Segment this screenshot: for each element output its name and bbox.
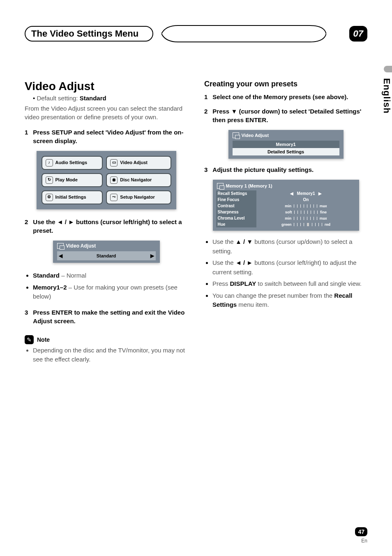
row-hue[interactable]: Hue xyxy=(216,221,256,227)
row-contrast-slider[interactable]: min max xyxy=(256,203,356,209)
header-capsule: The Video Settings Menu xyxy=(25,26,153,42)
screen-icon xyxy=(57,243,64,249)
preset-list: Standard – Normal Memory1–2 – Use for ma… xyxy=(33,271,188,301)
creating-presets-heading: Creating your own presets xyxy=(204,80,367,88)
right-step-1: 1 Select one of the Memory presets (see … xyxy=(204,93,367,101)
down-arrow-icon: ▼ xyxy=(231,108,237,115)
osd-preset-value-row[interactable]: ◀ Standard ▶ xyxy=(57,251,156,260)
chapter-badge-wrap: 07 xyxy=(334,26,367,42)
bullet-display: Press DISPLAY to switch between full and… xyxy=(212,279,367,289)
right-step-2: 2 Press ▼ (cursor down) to select 'Detai… xyxy=(204,107,367,124)
row-recall-value[interactable]: ◀ Memory1 ▶ xyxy=(256,190,356,197)
bullet-updown: Use the ▲ / ▼ buttons (cursor up/down) t… xyxy=(212,237,367,256)
adjust-bullets: Use the ▲ / ▼ buttons (cursor up/down) t… xyxy=(212,237,367,310)
video-adjust-heading: Video Adjust xyxy=(25,80,188,93)
row-hue-slider[interactable]: green red xyxy=(256,221,356,227)
preset-standard: Standard – Normal xyxy=(33,271,188,280)
row-chroma[interactable]: Chroma Level xyxy=(216,215,256,221)
left-right-arrow-icon: ◄ / ► xyxy=(235,259,253,266)
osd-item-video-adjust[interactable]: ▭Video Adjust xyxy=(106,156,171,170)
left-step-1: 1 Press SETUP and select 'Video Adjust' … xyxy=(25,128,188,145)
left-arrow-icon[interactable]: ◀ xyxy=(59,253,62,259)
row-finefocus[interactable]: Fine Focus xyxy=(216,197,256,203)
osd-item-disc-navigator[interactable]: ◉Disc Navigator xyxy=(106,173,171,187)
page-header: The Video Settings Menu 07 xyxy=(25,25,367,43)
osd-main-menu: ♪Audio Settings ▭Video Adjust ↻Play Mode… xyxy=(37,151,176,209)
intro-paragraph: From the Video Adjust screen you can sel… xyxy=(25,104,188,121)
side-tab-accent xyxy=(384,66,392,72)
wizard-icon: ⤳ xyxy=(110,194,118,201)
up-down-arrow-icon: ▲ / ▼ xyxy=(235,238,253,245)
page-footer: 47 En xyxy=(355,527,367,544)
osd-item-play-mode[interactable]: ↻Play Mode xyxy=(42,173,103,187)
screen-icon xyxy=(217,183,224,189)
left-step-3: 3 Press ENTER to make the setting and ex… xyxy=(25,308,188,325)
osd-preset-panel: Video Adjust ◀ Standard ▶ xyxy=(53,241,160,263)
left-arrow-icon[interactable]: ◀ xyxy=(290,191,293,196)
left-right-arrow-icon: ◄ / ► xyxy=(57,218,74,225)
osd-item-initial-settings[interactable]: ⚙Initial Settings xyxy=(42,190,103,204)
osd-item-audio-settings[interactable]: ♪Audio Settings xyxy=(42,156,103,170)
gear-icon: ⚙ xyxy=(46,194,53,201)
page-number: 47 xyxy=(355,527,367,536)
right-arrow-icon[interactable]: ▶ xyxy=(150,253,154,259)
left-column: Video Adjust • Default setting: Standard… xyxy=(25,80,188,371)
page-lang: En xyxy=(355,538,367,544)
bullet-recall: You can change the preset number from th… xyxy=(212,291,367,310)
row-chroma-slider[interactable]: min max xyxy=(256,215,356,221)
default-setting-line: • Default setting: Standard xyxy=(33,95,188,102)
section-title: The Video Settings Menu xyxy=(31,28,138,39)
osd-memory-panel: Video Adjust Memory1 Detailed Settings xyxy=(228,130,344,159)
bullet-leftright: Use the ◄ / ► buttons (cursor left/right… xyxy=(212,258,367,277)
note-text: Depending on the disc and the TV/monitor… xyxy=(33,346,188,364)
row-sharpness-slider[interactable]: soft fine xyxy=(256,209,356,215)
row-sharpness[interactable]: Sharpness xyxy=(216,209,256,215)
row-recall[interactable]: Recall Settings xyxy=(216,190,256,197)
note-header: ✎ Note xyxy=(25,335,188,344)
screen-icon: ▭ xyxy=(110,159,118,167)
header-divider-arc xyxy=(161,25,326,43)
row-contrast[interactable]: Contrast xyxy=(216,203,256,209)
screen-icon xyxy=(233,132,239,138)
osd-detailed-panel: Memory 1 (Memory 1) Recall Settings ◀ Me… xyxy=(213,180,359,231)
playmode-icon: ↻ xyxy=(46,176,53,184)
preset-memory: Memory1–2 – Use for making your own pres… xyxy=(33,283,188,301)
right-arrow-icon[interactable]: ▶ xyxy=(318,191,322,196)
osd-detailed-settings-item[interactable]: Detailed Settings xyxy=(233,148,339,155)
right-column: Creating your own presets 1 Select one o… xyxy=(204,80,367,371)
osd-memory-value: Memory1 xyxy=(233,141,339,148)
speaker-icon: ♪ xyxy=(46,159,53,167)
osd-item-setup-navigator[interactable]: ⤳Setup Navigator xyxy=(106,190,171,204)
chapter-badge: 07 xyxy=(349,26,367,42)
row-finefocus-value[interactable]: On xyxy=(256,197,356,203)
right-step-3: 3 Adjust the picture quality settings. xyxy=(204,165,367,174)
language-side-tab: English xyxy=(381,78,392,114)
disc-icon: ◉ xyxy=(110,176,118,184)
pencil-icon: ✎ xyxy=(25,335,34,344)
left-step-2: 2 Use the ◄ / ► buttons (cursor left/rig… xyxy=(25,218,188,235)
